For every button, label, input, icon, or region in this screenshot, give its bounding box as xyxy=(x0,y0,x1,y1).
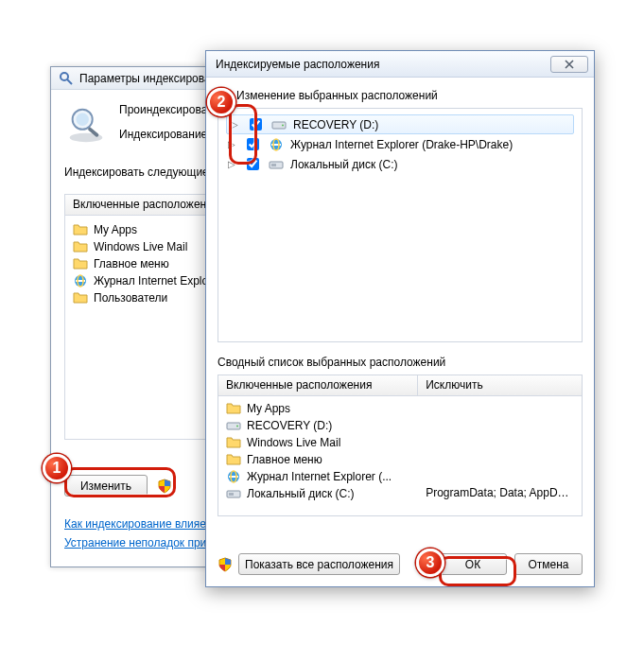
summary-row-exclude: ProgramData; Data; AppData;... xyxy=(418,485,582,502)
tree-row-label: RECOVERY (D:) xyxy=(293,118,378,131)
change-selected-label: Изменение выбранных расположений xyxy=(236,89,583,102)
uac-shield-icon xyxy=(218,557,233,572)
summary-row[interactable]: Журнал Internet Explorer (... xyxy=(218,468,582,485)
tree-row[interactable]: ▷Журнал Internet Explorer (Drake-HP\Drak… xyxy=(226,134,574,154)
summary-row-exclude xyxy=(418,468,582,485)
expander-icon[interactable]: ▷ xyxy=(229,119,239,130)
svg-point-15 xyxy=(236,426,238,427)
summary-row-label: Локальный диск (C:) xyxy=(247,487,355,500)
annotation-badge-3: 3 xyxy=(416,549,444,577)
summary-row[interactable]: RECOVERY (D:) xyxy=(218,417,582,434)
tree-row[interactable]: ▷RECOVERY (D:) xyxy=(226,114,574,134)
summary-row-exclude xyxy=(418,434,582,451)
summary-col-exclude[interactable]: Исключить xyxy=(418,375,582,395)
magnifier-icon xyxy=(64,103,108,147)
show-all-locations-button[interactable]: Показать все расположения xyxy=(238,553,400,575)
dialog-titlebar[interactable]: Индексируемые расположения xyxy=(206,51,594,78)
annotation-badge-1: 1 xyxy=(43,454,71,482)
tree-checkbox[interactable] xyxy=(250,118,262,131)
list-item-label: Windows Live Mail xyxy=(94,240,187,253)
list-item-label: My Apps xyxy=(94,223,137,236)
cancel-button[interactable]: Отмена xyxy=(514,553,583,575)
tree-row-label: Журнал Internet Explorer (Drake-HP\Drake… xyxy=(290,138,513,151)
list-item-label: Главное меню xyxy=(94,257,169,270)
list-item-label: Пользователи xyxy=(94,291,167,305)
svg-rect-19 xyxy=(229,493,234,496)
close-button[interactable] xyxy=(550,56,588,73)
modify-button[interactable]: Изменить xyxy=(64,475,148,497)
svg-line-1 xyxy=(67,79,72,84)
svg-point-9 xyxy=(282,124,284,126)
summary-row[interactable]: Главное меню xyxy=(218,451,582,468)
indexing-icon xyxy=(59,71,74,86)
summary-row-label: RECOVERY (D:) xyxy=(247,419,332,432)
summary-label: Сводный список выбранных расположений xyxy=(218,356,583,369)
indexed-locations-dialog: Индексируемые расположения Изменение выб… xyxy=(205,50,595,587)
summary-row[interactable]: My Apps xyxy=(218,400,582,417)
svg-rect-13 xyxy=(271,164,276,166)
summary-row[interactable]: Windows Live Mail xyxy=(218,434,582,451)
locations-tree[interactable]: ▷RECOVERY (D:)▷Журнал Internet Explorer … xyxy=(218,108,583,342)
tree-row[interactable]: ▷Локальный диск (C:) xyxy=(226,154,574,174)
summary-row-label: Windows Live Mail xyxy=(247,436,340,449)
summary-col-included[interactable]: Включенные расположения xyxy=(218,375,418,395)
close-icon xyxy=(564,60,575,69)
svg-point-4 xyxy=(76,113,88,126)
summary-row-exclude xyxy=(418,451,582,468)
tree-row-label: Локальный диск (C:) xyxy=(290,158,398,171)
summary-row-label: My Apps xyxy=(247,402,290,415)
list-item-label: Журнал Internet Explorer xyxy=(94,274,222,288)
summary-row-label: Журнал Internet Explorer (... xyxy=(247,470,392,483)
summary-row-exclude xyxy=(418,400,582,417)
uac-shield-icon xyxy=(157,479,172,494)
svg-point-0 xyxy=(61,73,68,80)
summary-row-label: Главное меню xyxy=(247,453,322,466)
expander-icon[interactable]: ▷ xyxy=(226,159,236,169)
tree-checkbox[interactable] xyxy=(247,158,259,170)
ok-button[interactable]: ОК xyxy=(439,553,507,575)
dialog-title: Индексируемые расположения xyxy=(216,58,379,71)
summary-row-exclude xyxy=(418,417,582,434)
annotation-badge-2: 2 xyxy=(207,88,235,116)
tree-checkbox[interactable] xyxy=(247,138,259,150)
summary-box: Включенные расположения Исключить My App… xyxy=(218,375,583,516)
expander-icon[interactable]: ▷ xyxy=(226,139,236,149)
summary-row[interactable]: Локальный диск (C:)ProgramData; Data; Ap… xyxy=(218,485,582,502)
